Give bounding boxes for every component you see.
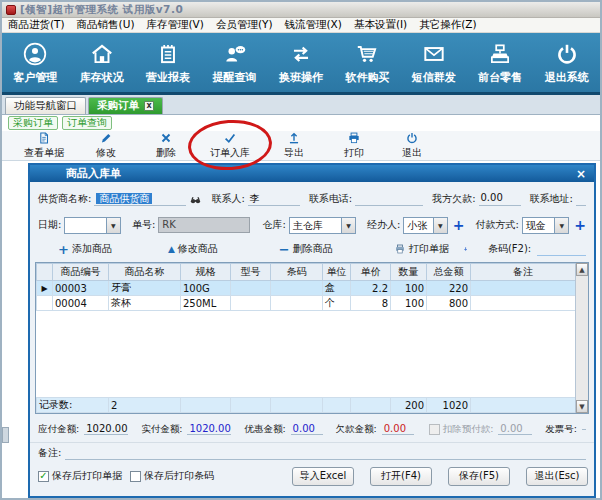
subtab-order-query[interactable]: 订单查询 [62, 116, 112, 130]
discount-input[interactable]: 0.00 [291, 423, 323, 435]
menu-item-inventory[interactable]: 库存管理(V) [147, 18, 204, 32]
table-row[interactable]: ▶ 00003 牙膏 100G 盒 2.2 100 220 [37, 281, 576, 296]
order-no-label: 单号: [132, 218, 155, 232]
chevron-down-icon[interactable] [433, 218, 447, 233]
print-receipt-after-save-checkbox[interactable] [38, 471, 49, 482]
exit-esc-button[interactable]: 退出(Esc) [526, 467, 588, 486]
cell-name: 茶杯 [109, 296, 181, 311]
grid-header[interactable]: 单位 [323, 264, 351, 281]
toolbar-item-reminder-query[interactable]: 提醒查询 [201, 33, 267, 92]
grid-header[interactable]: 数量 [391, 264, 427, 281]
paid-input[interactable]: 1020.00 [187, 423, 231, 435]
order-toolbar-label: 导出 [284, 146, 304, 160]
order-toolbar-label: 删除 [156, 146, 176, 160]
menu-item-sales[interactable]: 商品销售(U) [77, 18, 135, 32]
contact-field[interactable]: 李 [248, 192, 300, 206]
remark-row: 备注: [30, 442, 594, 462]
menu-item-settings[interactable]: 基本设置(I) [354, 18, 407, 32]
order-toolbar-exit[interactable]: 退出 [384, 131, 440, 160]
warehouse-combobox[interactable]: 主仓库 [289, 217, 356, 234]
order-toolbar-view-document[interactable]: 查看单据 [12, 131, 76, 160]
toolbar-item-shift-change[interactable]: 换班操作 [268, 33, 334, 92]
date-combobox[interactable] [64, 217, 121, 234]
print-receipt-after-save-option[interactable]: 保存后打印单据 [38, 469, 122, 483]
toolbar-item-exit-system[interactable]: 退出系统 [534, 33, 600, 92]
toolbar-item-sms-broadcast[interactable]: 短信群发 [401, 33, 467, 92]
grid-header[interactable]: 商品名称 [109, 264, 181, 281]
purchase-order-page: 采购订单 订单查询 查看单据 修改 删除 订单入库 导出 [2, 115, 600, 498]
cell-name: 牙膏 [109, 281, 181, 296]
grid-footer-table: 记录数: 2 200 1020 [36, 397, 575, 413]
report-icon [155, 41, 181, 67]
print-barcode-after-save-option[interactable]: 保存后打印条码 [130, 469, 214, 483]
barcode-input[interactable] [537, 242, 586, 256]
reminder-icon [222, 41, 248, 67]
grid-header[interactable]: 单价 [351, 264, 391, 281]
order-toolbar-delete[interactable]: 删除 [136, 131, 196, 160]
delete-product-button[interactable]: −删除商品 [279, 242, 333, 257]
table-row[interactable]: 00004 茶杯 250ML 个 8 100 800 [37, 296, 576, 311]
order-toolbar-export[interactable]: 导出 [264, 131, 324, 160]
toolbar-item-customer-management[interactable]: 客户管理 [2, 33, 68, 92]
grid-header[interactable]: 型号 [231, 264, 271, 281]
add-payment-plus-icon[interactable]: + [574, 218, 586, 232]
cart-icon [354, 41, 380, 67]
supplier-name-field[interactable]: 商品供货商 [94, 192, 186, 206]
menu-item-purchase[interactable]: 商品进货(T) [8, 18, 65, 32]
paid-label: 实付金额: [141, 423, 182, 436]
date-label: 日期: [38, 218, 61, 232]
chevron-down-icon[interactable] [341, 218, 355, 233]
order-toolbar-print[interactable]: 打印 [324, 131, 384, 160]
cell-code: 00004 [53, 296, 109, 311]
grid-header[interactable]: 总金额 [427, 264, 471, 281]
discount-label: 优惠金额: [244, 423, 285, 436]
open-f4-button[interactable]: 打开(F4) [370, 467, 432, 486]
edit-product-button[interactable]: ▲修改商品 [168, 242, 218, 256]
grid-header[interactable]: 规格 [181, 264, 231, 281]
scrollbar-track[interactable] [576, 276, 588, 400]
remark-input[interactable] [65, 446, 586, 460]
tab-close-icon[interactable]: x [144, 101, 154, 111]
chevron-down-icon[interactable] [554, 218, 568, 233]
exit-power-icon [405, 131, 419, 145]
invoice-input[interactable] [582, 429, 586, 430]
toolbar-item-front-retail[interactable]: 前台零售 [467, 33, 533, 92]
payment-combobox[interactable]: 现金 [522, 217, 569, 234]
toolbar-item-stock-status[interactable]: 库存状况 [68, 33, 134, 92]
binoculars-icon[interactable] [189, 193, 202, 206]
menu-item-cashflow[interactable]: 钱流管理(X) [285, 18, 342, 32]
print-barcode-after-save-checkbox[interactable] [130, 471, 141, 482]
grid-vertical-scrollbar[interactable]: ▲ ▼ [575, 263, 588, 413]
tab-function-nav[interactable]: 功能导航窗口 [5, 97, 86, 114]
menu-bar: 商品进货(T) 商品销售(U) 库存管理(V) 会员管理(Y) 钱流管理(X) … [2, 18, 600, 33]
order-toolbar-label: 打印 [344, 146, 364, 160]
add-handler-plus-icon[interactable]: + [453, 218, 465, 232]
add-product-button[interactable]: +添加商品 [58, 242, 112, 257]
address-field[interactable] [576, 192, 586, 206]
print-receipt-button[interactable]: 打印单据 [394, 242, 449, 256]
tab-purchase-order[interactable]: 采购订单 x [88, 97, 163, 114]
subtab-purchase-order[interactable]: 采购订单 [8, 116, 58, 130]
menu-item-members[interactable]: 会员管理(Y) [216, 18, 273, 32]
deduct-prepay-checkbox[interactable] [429, 424, 440, 435]
toolbar-item-software-purchase[interactable]: 软件购买 [334, 33, 400, 92]
grid-header[interactable]: 条码 [271, 264, 323, 281]
selected-row-marker: ▶ [37, 281, 53, 296]
menu-item-other[interactable]: 其它操作(Z) [419, 18, 476, 32]
triangle-up-icon: ▲ [168, 244, 175, 254]
order-toolbar-stock-in[interactable]: 订单入库 [196, 131, 264, 160]
chevron-down-icon[interactable] [106, 218, 120, 233]
save-f5-button[interactable]: 保存(F5) [448, 467, 510, 486]
grid-header[interactable]: 商品编号 [53, 264, 109, 281]
scroll-up-icon[interactable]: ▲ [576, 263, 588, 276]
toolbar-item-business-report[interactable]: 营业报表 [135, 33, 201, 92]
order-toolbar-edit[interactable]: 修改 [76, 131, 136, 160]
arrow-down-icon[interactable] [463, 243, 468, 255]
close-icon[interactable]: × [576, 168, 586, 180]
left-edge-widget[interactable] [2, 427, 9, 443]
scroll-down-icon[interactable]: ▼ [576, 400, 588, 413]
phone-field[interactable] [355, 192, 423, 206]
import-excel-button[interactable]: 导入Excel [292, 467, 354, 486]
grid-header[interactable]: 备注 [471, 264, 576, 281]
handler-combobox[interactable]: 小张 [403, 217, 447, 234]
